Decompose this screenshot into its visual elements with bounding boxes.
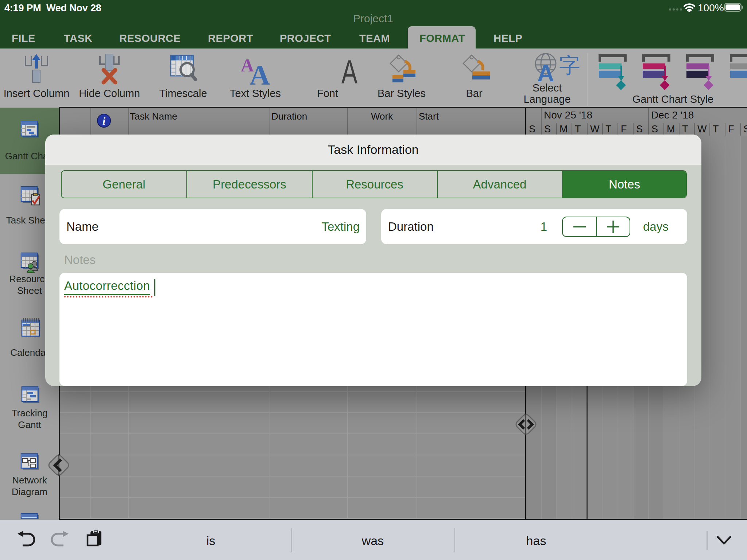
svg-text:A: A [341, 58, 357, 85]
svg-text:A: A [249, 59, 270, 85]
svg-text:i: i [102, 115, 106, 127]
svg-text:A: A [537, 60, 554, 84]
svg-text:字: 字 [559, 53, 580, 77]
